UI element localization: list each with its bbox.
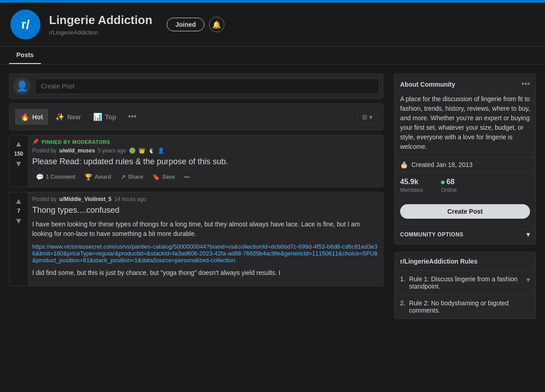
downvote-button-1[interactable]: ▼	[14, 159, 24, 169]
table-row: ▲ 150 ▼ 📌 PINNED BY MODERATORS Posted by…	[9, 135, 383, 187]
sort-more-button[interactable]: •••	[124, 108, 141, 125]
logo-text: r/	[12, 11, 39, 38]
subreddit-name: r/LingerieAddiction	[49, 29, 152, 36]
community-options-row[interactable]: COMMUNITY OPTIONS ▾	[395, 224, 535, 244]
members-label: Members	[400, 187, 423, 193]
about-title: About Community	[400, 81, 455, 88]
post-emoji-3: 🐧	[148, 147, 155, 154]
post-body-2: I have been looking for these types of t…	[32, 220, 378, 239]
rule-label-2: Rule 2: No bodyshaming or bigoted commen…	[409, 299, 530, 314]
created-row: 🎂 Created Jan 18, 2013	[395, 157, 535, 172]
post-content-1: 📌 PINNED BY MODERATORS Posted by u/wild_…	[28, 135, 383, 187]
post-content-2: Posted by u/Middle_Violinist_5 14 hours …	[28, 192, 383, 285]
notification-button[interactable]: 🔔	[209, 17, 224, 32]
post-title-1[interactable]: Please Read: updated rules & the purpose…	[32, 157, 378, 167]
post-emoji-2: 👑	[139, 147, 145, 154]
subreddit-info: Lingerie Addiction r/LingerieAddiction	[49, 13, 152, 36]
post-prefix-2: Posted by	[32, 196, 56, 202]
post-title-2[interactable]: Thong types....confused	[32, 205, 378, 216]
sidebar: About Community ••• A place for the disc…	[394, 74, 536, 319]
subreddit-title: Lingerie Addiction	[49, 13, 152, 27]
post-prefix: Posted by	[32, 147, 56, 154]
subreddit-logo: r/	[9, 8, 42, 41]
new-icon: ✨	[55, 113, 64, 121]
about-more-button[interactable]: •••	[521, 79, 530, 89]
downvote-button-2[interactable]: ▼	[14, 216, 24, 226]
layout-grid-icon: ⊞	[362, 113, 367, 121]
members-count: 45.9k	[400, 178, 423, 186]
comment-button-1[interactable]: 💬 1 Comment	[32, 171, 79, 183]
post-body-extra-2: I did find some, but this is just by cha…	[32, 268, 378, 278]
post-meta-1: Posted by u/wild_muses 5 years ago 🟢 👑 🐧…	[32, 147, 378, 154]
chevron-down-icon: ▾	[526, 230, 530, 239]
share-icon: ↗	[120, 173, 126, 181]
create-post-input[interactable]	[35, 78, 379, 94]
community-options-label: COMMUNITY OPTIONS	[400, 231, 464, 238]
table-row: ▲ 7 ▼ Posted by u/Middle_Violinist_5 14 …	[9, 192, 383, 286]
top-icon: 📊	[93, 113, 102, 121]
nav-tabs: Posts	[0, 47, 545, 64]
main-layout: 👤 🔥 Hot ✨ New 📊 Top ••• ⊞ ▾	[0, 64, 545, 328]
post-meta-2: Posted by u/Middle_Violinist_5 14 hours …	[32, 196, 378, 202]
about-description: A place for the discussion of lingerie f…	[395, 94, 535, 157]
content-feed: 👤 🔥 Hot ✨ New 📊 Top ••• ⊞ ▾	[9, 74, 383, 319]
save-icon: 🔖	[152, 173, 160, 181]
rule-label-1: Rule 1: Discuss lingerie from a fashion …	[409, 275, 523, 290]
share-button-1[interactable]: ↗ Share	[117, 171, 147, 183]
online-label: Online	[441, 187, 457, 193]
layout-chevron-icon: ▾	[369, 113, 372, 121]
user-icon: 👤	[16, 80, 28, 92]
post-emoji-1: 🟢	[129, 147, 136, 154]
header-actions: Joined 🔔	[167, 17, 224, 32]
award-icon: 🏆	[84, 173, 92, 181]
list-item: 2. Rule 2: No bodyshaming or bigoted com…	[395, 294, 535, 318]
pinned-banner: 📌 PINNED BY MODERATORS	[32, 139, 378, 145]
post-emoji-4: 👤	[158, 147, 164, 154]
hot-icon: 🔥	[20, 113, 30, 121]
post-author-2[interactable]: u/Middle_Violinist_5	[59, 196, 111, 202]
more-button-1[interactable]: •••	[180, 171, 193, 183]
post-time-1: 5 years ago	[98, 147, 126, 154]
create-post-sidebar-button[interactable]: Create Post	[400, 204, 530, 219]
layout-toggle-button[interactable]: ⊞ ▾	[357, 110, 377, 124]
vote-count-1: 150	[14, 151, 23, 157]
online-count: 68	[441, 178, 457, 186]
rule-number-2: 2.	[400, 299, 406, 307]
rules-card: r/LingerieAddiction Rules 1. Rule 1: Dis…	[394, 252, 536, 319]
joined-button[interactable]: Joined	[167, 18, 204, 31]
sort-new[interactable]: ✨ New	[50, 109, 86, 125]
post-link-2[interactable]: https://www.victoriassecret.com/us/vs/pa…	[32, 243, 378, 264]
online-stat: 68 Online	[441, 178, 457, 193]
vote-column-2: ▲ 7 ▼	[10, 192, 28, 285]
sort-top[interactable]: 📊 Top	[88, 109, 122, 125]
members-stat: 45.9k Members	[400, 178, 423, 193]
create-post-box: 👤	[9, 74, 383, 99]
vote-column-1: ▲ 150 ▼	[10, 135, 28, 187]
about-community-card: About Community ••• A place for the disc…	[394, 74, 536, 245]
comment-icon: 💬	[36, 173, 44, 181]
subreddit-header: r/ Lingerie Addiction r/LingerieAddictio…	[0, 3, 545, 47]
about-header: About Community •••	[395, 74, 535, 94]
upvote-button-1[interactable]: ▲	[14, 139, 24, 149]
tab-posts[interactable]: Posts	[9, 47, 41, 64]
save-button-1[interactable]: 🔖 Save	[149, 171, 178, 183]
cake-icon: 🎂	[400, 161, 408, 168]
rule-number-1: 1.	[400, 275, 406, 283]
vote-count-2: 7	[17, 208, 20, 214]
stats-row: 45.9k Members 68 Online	[395, 172, 535, 199]
rule-expand-1[interactable]: ▾	[526, 275, 530, 284]
post-author-1[interactable]: u/wild_muses	[59, 147, 95, 154]
avatar: 👤	[13, 78, 30, 95]
online-dot	[441, 181, 445, 184]
post-time-2: 14 hours ago	[114, 196, 146, 202]
rules-title: r/LingerieAddiction Rules	[395, 252, 535, 270]
post-actions-1: 💬 1 Comment 🏆 Award ↗ Share 🔖 Save	[32, 171, 378, 183]
sort-bar: 🔥 Hot ✨ New 📊 Top ••• ⊞ ▾	[9, 103, 383, 130]
pin-icon: 📌	[32, 139, 39, 145]
award-button-1[interactable]: 🏆 Award	[81, 171, 114, 183]
sort-hot[interactable]: 🔥 Hot	[15, 109, 48, 125]
created-date: Created Jan 18, 2013	[411, 161, 473, 168]
list-item: 1. Rule 1: Discuss lingerie from a fashi…	[395, 270, 535, 294]
upvote-button-2[interactable]: ▲	[14, 196, 24, 206]
bell-icon: 🔔	[212, 20, 221, 29]
